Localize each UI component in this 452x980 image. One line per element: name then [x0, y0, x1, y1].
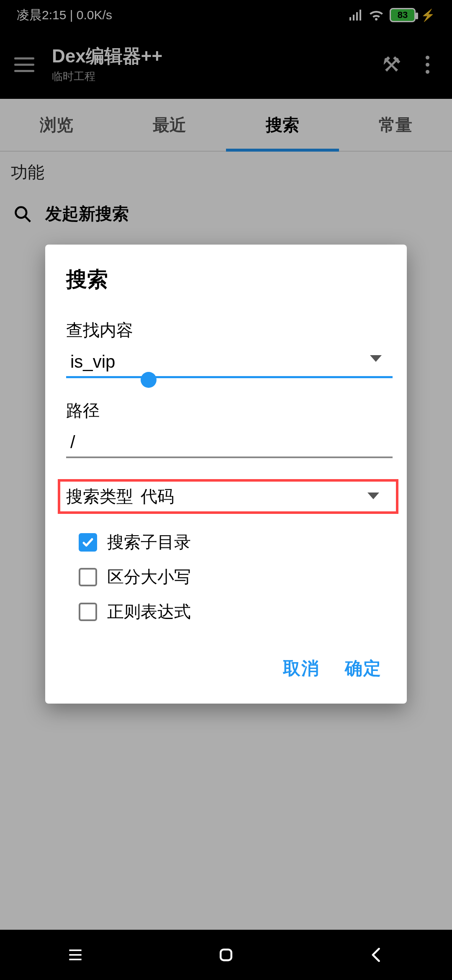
- system-nav-bar: [0, 930, 452, 980]
- nav-back-icon[interactable]: [367, 946, 386, 964]
- find-history-dropdown-icon[interactable]: [370, 355, 382, 362]
- path-label: 路径: [66, 399, 390, 422]
- svg-rect-5: [221, 949, 231, 960]
- check-regex[interactable]: 正则表达式: [79, 600, 390, 623]
- text-cursor-handle-icon[interactable]: [141, 372, 157, 388]
- check-case[interactable]: 区分大小写: [79, 565, 390, 588]
- check-case-label: 区分大小写: [107, 565, 191, 588]
- nav-home-icon[interactable]: [217, 946, 235, 964]
- search-dialog: 搜索 查找内容 路径 搜索类型 代码 搜索子目录 区分大小写 正则表达式 取消: [45, 245, 407, 704]
- cancel-button[interactable]: 取消: [283, 657, 320, 680]
- check-subdirs[interactable]: 搜索子目录: [79, 531, 390, 554]
- checkbox-empty-icon: [79, 603, 97, 621]
- search-type-label: 搜索类型: [66, 485, 133, 508]
- search-type-row[interactable]: 搜索类型 代码: [58, 479, 398, 514]
- search-type-value: 代码: [141, 485, 174, 508]
- check-regex-label: 正则表达式: [107, 600, 191, 623]
- ok-button[interactable]: 确定: [345, 657, 382, 680]
- path-input[interactable]: [66, 430, 393, 458]
- dialog-title: 搜索: [66, 266, 390, 294]
- find-label: 查找内容: [66, 319, 390, 342]
- check-subdirs-label: 搜索子目录: [107, 531, 191, 554]
- find-input[interactable]: [66, 349, 393, 378]
- checkbox-empty-icon: [79, 568, 97, 586]
- type-dropdown-icon[interactable]: [367, 493, 379, 499]
- checkbox-checked-icon: [79, 533, 97, 552]
- nav-recent-icon[interactable]: [66, 946, 85, 964]
